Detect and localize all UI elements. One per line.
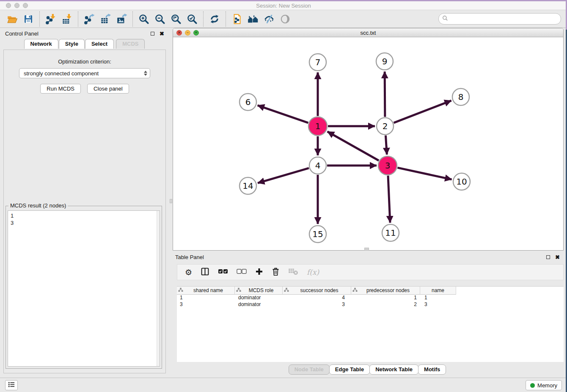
show-graphics-button[interactable] <box>277 12 293 26</box>
titlebar: Session: New Session <box>0 1 567 10</box>
network-minimize-button[interactable]: − <box>185 30 190 36</box>
column-header-predecessor-nodes[interactable]: predecessor nodes <box>351 287 420 295</box>
table-cell[interactable]: 4 <box>283 295 351 301</box>
run-mcds-button[interactable]: Run MCDS <box>40 84 81 94</box>
column-tree-icon <box>178 287 183 293</box>
tab-select[interactable]: Select <box>85 39 114 49</box>
tab-style[interactable]: Style <box>59 39 85 49</box>
tab-network[interactable]: Network <box>24 39 58 49</box>
column-tree-icon <box>236 287 241 293</box>
node-table[interactable]: shared nameMCDS rolesuccessor nodesprede… <box>177 286 564 362</box>
hide-graphics-button[interactable] <box>261 12 277 26</box>
criterion-select[interactable]: strongly connected component <box>19 68 150 78</box>
table-cell[interactable]: dominator <box>235 301 283 308</box>
zoom-in-button[interactable] <box>136 12 152 26</box>
column-label: shared name <box>183 287 233 293</box>
tab-network-table[interactable]: Network Table <box>369 364 418 375</box>
graph-edge-3-11[interactable] <box>388 176 390 223</box>
import-table-button[interactable] <box>59 12 75 26</box>
select-all-columns-button[interactable] <box>218 268 228 276</box>
zoom-out-button[interactable] <box>152 12 168 26</box>
delete-column-button[interactable] <box>272 267 280 278</box>
save-icon <box>23 14 33 24</box>
table-settings-button[interactable]: ⚙ <box>185 268 192 276</box>
tab-edge-table[interactable]: Edge Table <box>329 364 370 375</box>
toolbar-separator <box>203 11 204 27</box>
table-cell[interactable]: dominator <box>235 295 283 301</box>
tab-mcds[interactable]: MCDS <box>116 39 145 49</box>
graph-edge-2-9[interactable] <box>385 72 385 117</box>
search-box[interactable] <box>438 13 561 25</box>
network-window: ✕ − + scc.txt 1234678910111415 <box>173 28 564 251</box>
home-views-button[interactable] <box>245 12 261 26</box>
export-network-button[interactable] <box>81 12 97 26</box>
refresh-button[interactable] <box>206 12 223 26</box>
export-table-button[interactable] <box>97 12 113 26</box>
deselect-all-columns-button[interactable] <box>237 268 247 276</box>
table-panel-title: Table Panel <box>175 254 204 260</box>
table-row[interactable]: 3dominator323 <box>177 301 564 308</box>
control-tabs: NetworkStyleSelectMCDS <box>0 39 169 49</box>
table-cell[interactable]: 1 <box>351 295 420 301</box>
table-cell[interactable]: 3 <box>283 301 351 308</box>
graph-node-label-14: 14 <box>242 181 253 191</box>
column-header-shared-name[interactable]: shared name <box>177 287 235 295</box>
close-table-panel-icon[interactable]: ✖ <box>555 254 560 260</box>
show-columns-button[interactable] <box>201 267 209 278</box>
network-title: scc.txt <box>202 30 534 36</box>
float-table-panel-icon[interactable] <box>546 255 550 259</box>
table-cell[interactable]: 1 <box>177 295 235 301</box>
network-zoom-button[interactable]: + <box>193 30 199 36</box>
graph-node-label-4: 4 <box>315 160 321 171</box>
graph-edge-4-14[interactable] <box>258 168 309 183</box>
result-scrollbar[interactable] <box>157 211 160 366</box>
graph-edge-3-1[interactable] <box>328 132 379 160</box>
open-session-button[interactable] <box>4 12 20 26</box>
close-panel-icon[interactable]: ✖ <box>160 31 164 36</box>
memory-status-icon <box>530 383 535 388</box>
task-history-button[interactable] <box>5 380 18 390</box>
vertical-split-handle[interactable] <box>170 199 172 203</box>
zoom-out-icon <box>154 14 165 25</box>
column-header-successor-nodes[interactable]: successor nodes <box>283 287 351 295</box>
float-panel-icon[interactable] <box>151 32 154 36</box>
graph-edge-2-8[interactable] <box>394 101 451 123</box>
import-network-button[interactable] <box>43 12 59 26</box>
main-toolbar <box>0 10 567 28</box>
table-cell[interactable]: 1 <box>420 295 456 301</box>
table-body: 1dominator4113dominator323 <box>177 295 564 308</box>
column-tree-icon <box>284 287 289 293</box>
zoom-window-button[interactable] <box>23 3 28 8</box>
table-row[interactable]: 1dominator411 <box>177 295 564 301</box>
close-panel-button[interactable]: Close panel <box>87 84 129 94</box>
search-input[interactable] <box>451 16 557 22</box>
graph-edge-3-10[interactable] <box>397 168 451 179</box>
export-image-button[interactable] <box>113 12 129 26</box>
save-session-button[interactable] <box>20 12 36 26</box>
network-canvas[interactable]: 1234678910111415 <box>173 37 563 250</box>
toolbar-separator <box>226 11 226 27</box>
memory-button[interactable]: Memory <box>526 380 562 390</box>
zoom-in-icon <box>138 14 149 25</box>
table-cell[interactable]: 2 <box>351 301 420 308</box>
create-column-button[interactable] <box>255 268 263 277</box>
clone-network-button[interactable] <box>229 12 245 26</box>
graph-edge-1-6[interactable] <box>258 105 308 123</box>
close-window-button[interactable] <box>6 3 11 8</box>
table-cell[interactable]: 3 <box>420 301 456 308</box>
optimization-criterion-label: Optimization criterion: <box>4 58 165 65</box>
horizontal-split-handle[interactable] <box>364 248 369 251</box>
network-close-button[interactable]: ✕ <box>176 30 182 36</box>
table-delete-icon <box>288 268 298 277</box>
mcds-result-list[interactable]: 13 <box>8 210 160 367</box>
table-cell[interactable]: 3 <box>177 301 235 308</box>
tab-motifs[interactable]: Motifs <box>418 364 446 375</box>
column-label: successor nodes <box>289 287 350 293</box>
column-header-name[interactable]: name <box>420 287 456 295</box>
minimize-window-button[interactable] <box>14 3 19 8</box>
column-header-mcds-role[interactable]: MCDS role <box>235 287 283 295</box>
zoom-selected-button[interactable] <box>184 12 200 26</box>
tab-node-table[interactable]: Node Table <box>289 364 330 375</box>
graph-edge-2-3[interactable] <box>385 135 387 155</box>
zoom-fit-button[interactable] <box>168 12 184 26</box>
